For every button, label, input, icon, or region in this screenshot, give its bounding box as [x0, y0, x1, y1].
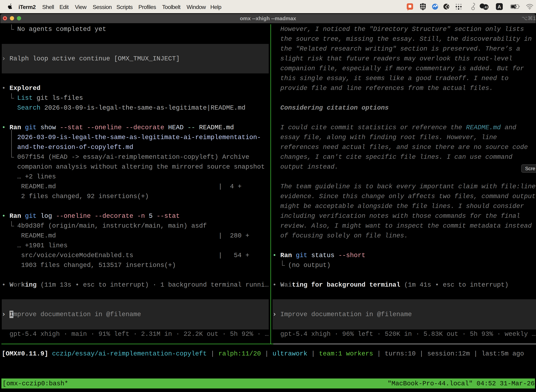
svg-text:..61: ..61 — [483, 6, 488, 9]
